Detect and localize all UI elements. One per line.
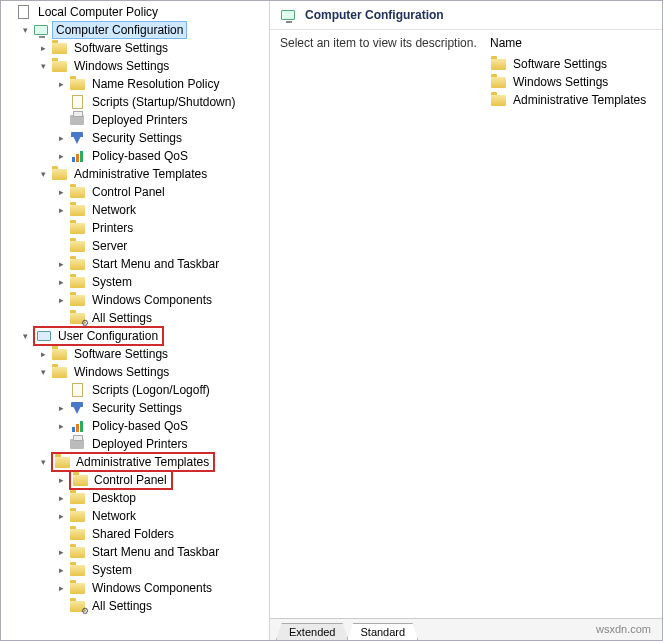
expand-icon[interactable]: ▸ [55,546,67,558]
tree-cc-at-printers[interactable]: ▸Printers [1,219,269,237]
node-label: Deployed Printers [88,111,191,129]
list-item[interactable]: Software Settings [490,55,652,73]
node-label: Administrative Templates [70,165,211,183]
tree-uc-software-settings[interactable]: ▸Software Settings [1,345,269,363]
tree-cc-at-network[interactable]: ▸Network [1,201,269,219]
chart-icon [69,418,85,434]
tree-uc-at-control-panel[interactable]: ▸ Control Panel [1,471,269,489]
expand-icon[interactable]: ▸ [55,474,67,486]
gear-folder-icon [69,598,85,614]
expand-icon[interactable]: ▸ [55,132,67,144]
list-item[interactable]: Windows Settings [490,73,652,91]
tree-uc-at-desktop[interactable]: ▸Desktop [1,489,269,507]
tree-uc-at-all-settings[interactable]: ▸All Settings [1,597,269,615]
tree-uc-at-start-menu[interactable]: ▸Start Menu and Taskbar [1,543,269,561]
collapse-icon[interactable]: ▾ [37,60,49,72]
node-label: Name Resolution Policy [88,75,223,93]
collapse-icon[interactable]: ▾ [37,366,49,378]
tree-cc-deployed-printers[interactable]: ▸Deployed Printers [1,111,269,129]
node-label: Administrative Templates [73,454,212,470]
tab-standard[interactable]: Standard [347,623,418,640]
tree-cc-qos[interactable]: ▸Policy-based QoS [1,147,269,165]
expand-icon[interactable]: ▸ [55,204,67,216]
chart-icon [69,148,85,164]
tree-computer-configuration[interactable]: ▾ Computer Configuration [1,21,269,39]
list-item[interactable]: Administrative Templates [490,91,652,109]
expand-icon[interactable]: ▸ [37,348,49,360]
tree-cc-at-start-menu[interactable]: ▸Start Menu and Taskbar [1,255,269,273]
tree-root[interactable]: ▸ Local Computer Policy [1,3,269,21]
document-icon [15,4,31,20]
tree-cc-at-all-settings[interactable]: ▸All Settings [1,309,269,327]
tree-uc-admin-templates[interactable]: ▾ Administrative Templates [1,453,269,471]
expand-icon[interactable]: ▸ [55,402,67,414]
expand-icon[interactable]: ▸ [55,258,67,270]
node-label: System [88,273,136,291]
tree-cc-nrp[interactable]: ▸Name Resolution Policy [1,75,269,93]
node-label: System [88,561,136,579]
tree-cc-at-system[interactable]: ▸System [1,273,269,291]
tree-uc-at-system[interactable]: ▸System [1,561,269,579]
expand-icon[interactable]: ▸ [55,294,67,306]
folder-icon [69,544,85,560]
folder-icon [69,580,85,596]
tree-cc-at-control-panel[interactable]: ▸Control Panel [1,183,269,201]
tree-cc-admin-templates[interactable]: ▾Administrative Templates [1,165,269,183]
tree-uc-at-windows-components[interactable]: ▸Windows Components [1,579,269,597]
tree-cc-windows-settings[interactable]: ▾Windows Settings [1,57,269,75]
expand-icon[interactable]: ▸ [55,420,67,432]
collapse-icon[interactable]: ▾ [37,168,49,180]
collapse-icon[interactable]: ▾ [37,456,49,468]
column-header-name[interactable]: Name [490,36,652,55]
folder-icon [490,56,506,72]
expand-icon[interactable]: ▸ [55,150,67,162]
tree-cc-scripts[interactable]: ▸Scripts (Startup/Shutdown) [1,93,269,111]
expand-icon[interactable]: ▸ [37,42,49,54]
tree-pane[interactable]: ▸ Local Computer Policy ▾ Computer Confi… [1,1,270,640]
items-column: Name Software Settings Windows Settings … [490,36,652,612]
tree-uc-windows-settings[interactable]: ▾Windows Settings [1,363,269,381]
node-label: Local Computer Policy [34,3,162,21]
node-label: Windows Components [88,291,216,309]
node-label: Security Settings [88,129,186,147]
tree-uc-at-network[interactable]: ▸Network [1,507,269,525]
detail-body: Select an item to view its description. … [270,30,662,618]
tree-user-configuration[interactable]: ▾ User Configuration [1,327,269,345]
expand-icon[interactable]: ▸ [55,276,67,288]
collapse-icon[interactable]: ▾ [19,24,31,36]
tree-uc-security-settings[interactable]: ▸Security Settings [1,399,269,417]
node-label: Windows Settings [70,363,173,381]
collapse-icon[interactable]: ▾ [19,330,31,342]
expand-icon[interactable]: ▸ [55,492,67,504]
node-label: Policy-based QoS [88,147,192,165]
folder-icon [69,256,85,272]
folder-icon [51,166,67,182]
expand-icon[interactable]: ▸ [55,564,67,576]
tree-cc-at-server[interactable]: ▸Server [1,237,269,255]
tree-cc-software-settings[interactable]: ▸Software Settings [1,39,269,57]
printer-icon [69,112,85,128]
folder-icon [69,490,85,506]
expand-icon[interactable]: ▸ [55,582,67,594]
tab-extended[interactable]: Extended [276,623,348,640]
folder-icon [69,274,85,290]
tree-cc-security-settings[interactable]: ▸Security Settings [1,129,269,147]
tree-uc-qos[interactable]: ▸Policy-based QoS [1,417,269,435]
tree-cc-at-windows-components[interactable]: ▸Windows Components [1,291,269,309]
expand-icon[interactable]: ▸ [55,78,67,90]
printer-icon [69,436,85,452]
node-label: Policy-based QoS [88,417,192,435]
gpedit-window: ▸ Local Computer Policy ▾ Computer Confi… [0,0,663,641]
folder-icon [51,58,67,74]
description-column: Select an item to view its description. [280,36,490,612]
expand-icon[interactable]: ▸ [55,510,67,522]
tree-uc-deployed-printers[interactable]: ▸Deployed Printers [1,435,269,453]
node-label: User Configuration [55,328,161,344]
folder-icon [69,202,85,218]
expand-icon[interactable]: ▸ [55,186,67,198]
node-label: Start Menu and Taskbar [88,255,223,273]
tree-uc-at-shared-folders[interactable]: ▸Shared Folders [1,525,269,543]
folder-icon [51,40,67,56]
tree-uc-scripts[interactable]: ▸Scripts (Logon/Logoff) [1,381,269,399]
item-label: Windows Settings [513,75,608,89]
